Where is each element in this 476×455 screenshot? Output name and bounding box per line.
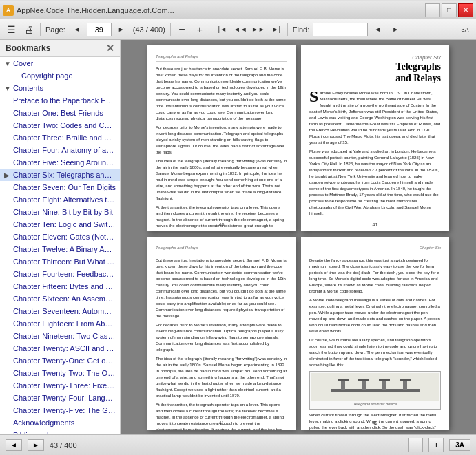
toolbar-separator-3 (211, 23, 211, 36)
nav-next-button[interactable]: ►► (250, 21, 267, 38)
bookmark-label: Chapter Three: Braille and Binary Co... (13, 134, 116, 142)
find-input[interactable] (313, 23, 368, 36)
bookmark-item[interactable]: Chapter Seventeen: Automation (0, 305, 120, 317)
bookmarks-title: Bookmarks (6, 43, 50, 53)
toolbar-separator-2 (170, 23, 171, 36)
bookmark-item[interactable]: Chapter Two: Codes and Combinatio... (0, 119, 120, 131)
bookmark-item[interactable]: Chapter Eight: Alternatives to Ten ... (0, 193, 120, 206)
close-button[interactable]: ✕ (458, 3, 473, 17)
bookmark-label: Copyright page (21, 72, 73, 80)
toolbar: ☰ 🖨 Page: ◄ ► (43 / 400) − + |◄ ◄◄ ►► ►|… (0, 19, 476, 40)
pdf-page-right: Chapter Six Telegraphsand Relays S amuel… (301, 45, 449, 231)
page-header-bottom-left: Telegraphs and Relays (156, 245, 287, 253)
bookmark-item[interactable]: Bibliography (0, 429, 120, 434)
bookmark-label: Chapter Five: Seeing Around Corners... (13, 158, 116, 167)
bookmark-item[interactable]: Chapter Twenty-Three: Fixed Point, F... (0, 379, 120, 392)
find-prev-button[interactable]: ◄ (369, 21, 386, 38)
prev-page-button[interactable]: ◄ (69, 21, 85, 38)
status-bar: ◄ ► 43 / 400 − + 3A (0, 434, 476, 455)
bookmark-arrow: ▶ (4, 171, 11, 179)
nav-first-button[interactable]: |◄ (214, 21, 231, 38)
bookmark-item[interactable]: Copyright page (0, 70, 120, 82)
bookmark-item[interactable]: Preface to the Paperback Edition code (k… (0, 94, 120, 107)
chapter-heading: Chapter Six Telegraphsand Relays (309, 54, 441, 85)
menu-button[interactable]: ☰ (3, 21, 19, 38)
pdf-page-left: Telegraphs and Relays But these are just… (147, 45, 296, 231)
bookmark-label: Cover (13, 59, 33, 67)
bookmarks-tree[interactable]: ▼CoverCopyright page▼ContentsPreface to … (0, 57, 120, 434)
bookmark-label: Chapter Twenty-One: Get on the Bus... (13, 357, 116, 365)
bookmark-item[interactable]: Chapter Ten: Logic and Switches (0, 218, 120, 231)
bookmark-label: Chapter Twenty-Four: Languages Hi... (13, 394, 116, 402)
svg-rect-6 (341, 381, 345, 390)
bookmarks-header: Bookmarks ✕ (0, 40, 120, 57)
bookmark-item[interactable]: Chapter Thirteen: But What About Su... (0, 255, 120, 268)
minimize-button[interactable]: − (425, 3, 440, 17)
nav-last-button[interactable]: ►| (268, 21, 284, 38)
zoom-in-button[interactable]: + (192, 21, 208, 38)
print-button[interactable]: 🖨 (21, 21, 37, 38)
bookmark-item[interactable]: Chapter Sixteen: An Assemblage of M... (0, 293, 120, 305)
bookmark-item[interactable]: Chapter Four: Anatomy of a Flashlight (0, 144, 120, 156)
status-zoom-out-button[interactable]: − (408, 438, 424, 452)
status-zoom-in-button[interactable]: + (428, 438, 444, 452)
bookmark-item[interactable]: Chapter One: Best Friends (0, 107, 120, 119)
display-mode-button[interactable]: 3A (457, 21, 473, 38)
bookmark-item[interactable]: ▼Cover (0, 57, 120, 70)
bookmark-item[interactable]: Chapter Five: Seeing Around Corners... (0, 156, 120, 169)
bookmark-label: Preface to the Paperback Edition code (k… (13, 96, 116, 105)
nav-prev-button[interactable]: ◄◄ (232, 21, 249, 38)
bookmark-item[interactable]: Chapter Twenty-Five: The Graphical ... (0, 404, 120, 416)
bookmark-label: Chapter Fifteen: Bytes and Hex (13, 282, 116, 290)
window-title: AppNee.Code.The.Hidden.Language.of.Com..… (17, 6, 425, 14)
bookmark-item[interactable]: Chapter Nineteen: Two Classic Micro... (0, 330, 120, 342)
find-next-button[interactable]: ► (387, 21, 404, 38)
chapter-title: Telegraphsand Relays (309, 61, 441, 85)
bookmark-item[interactable]: Chapter Eleven: Gates (Not Bill) (0, 231, 120, 243)
bookmark-item[interactable]: Chapter Twenty-Four: Languages Hi... (0, 392, 120, 404)
page-header-bottom-right: Chapter Six (309, 245, 441, 253)
bookmark-item[interactable]: Acknowledgments (0, 416, 120, 429)
chapter-body: S amuel Finley Breese Morse was born in … (309, 90, 441, 146)
page-number-left: 40 (147, 222, 296, 229)
status-prev-button[interactable]: ◄ (6, 439, 22, 451)
maximize-button[interactable]: □ (442, 3, 457, 17)
bookmark-label: Chapter Eighteen: From Abaci to Chi... (13, 319, 116, 328)
bookmark-label: Chapter Twelve: A Binary Adding Ma... (13, 245, 116, 253)
bookmark-item[interactable]: Chapter Twenty-Two: The Operating ... (0, 367, 120, 379)
bookmark-item[interactable]: Chapter Twenty-One: Get on the Bus... (0, 355, 120, 367)
title-bar: A AppNee.Code.The.Hidden.Language.of.Com… (0, 0, 476, 19)
svg-rect-8 (382, 381, 386, 390)
chapter-label: Chapter Six (309, 54, 441, 61)
bookmark-label: Chapter Sixteen: An Assemblage of M... (13, 295, 116, 303)
bookmark-item[interactable]: ▼Contents (0, 82, 120, 94)
bookmark-item[interactable]: ▶Chapter Six: Telegraphs and Relays (0, 169, 120, 181)
bookmark-label: Chapter Nine: Bit by Bit by Bit (13, 208, 113, 216)
bookmark-label: Chapter Two: Codes and Combinatio... (13, 121, 116, 129)
svg-rect-10 (338, 379, 349, 381)
status-next-button[interactable]: ► (28, 439, 44, 451)
bookmark-label: Chapter Twenty-Five: The Graphical ... (13, 406, 116, 414)
bookmarks-close-button[interactable]: ✕ (106, 43, 114, 53)
status-page-info: 43 / 400 (50, 441, 77, 449)
svg-rect-11 (358, 379, 369, 381)
zoom-out-button[interactable]: − (174, 21, 190, 38)
main-area: Bookmarks ✕ ▼CoverCopyright page▼Content… (0, 40, 476, 434)
status-display-button[interactable]: 3A (449, 439, 470, 451)
toolbar-separator-4 (287, 23, 288, 36)
bookmark-item[interactable]: Chapter Fifteen: Bytes and Hex (0, 280, 120, 293)
next-page-button[interactable]: ► (113, 21, 130, 38)
page-number-input[interactable] (87, 23, 112, 36)
bookmark-item[interactable]: Chapter Nine: Bit by Bit by Bit (0, 206, 120, 218)
bookmark-label: Acknowledgments (13, 419, 74, 427)
bookmark-item[interactable]: Chapter Twenty: ASCII and a Cast of ... (0, 342, 120, 355)
pdf-area[interactable]: Telegraphs and Relays But these are just… (121, 40, 476, 434)
bookmark-item[interactable]: Chapter Seven: Our Ten Digits (0, 181, 120, 193)
bookmark-item[interactable]: Chapter Eighteen: From Abaci to Chi... (0, 317, 120, 330)
bookmark-item[interactable]: Chapter Twelve: A Binary Adding Ma... (0, 243, 120, 255)
bookmark-label: Chapter Four: Anatomy of a Flashlight (13, 146, 116, 154)
page-number-right: 41 (301, 222, 449, 229)
bookmark-item[interactable]: Chapter Fourteen: Feedback and Flip... (0, 268, 120, 280)
bookmark-label: Chapter Seven: Our Ten Digits (13, 183, 116, 191)
bookmark-item[interactable]: Chapter Three: Braille and Binary Co... (0, 131, 120, 144)
